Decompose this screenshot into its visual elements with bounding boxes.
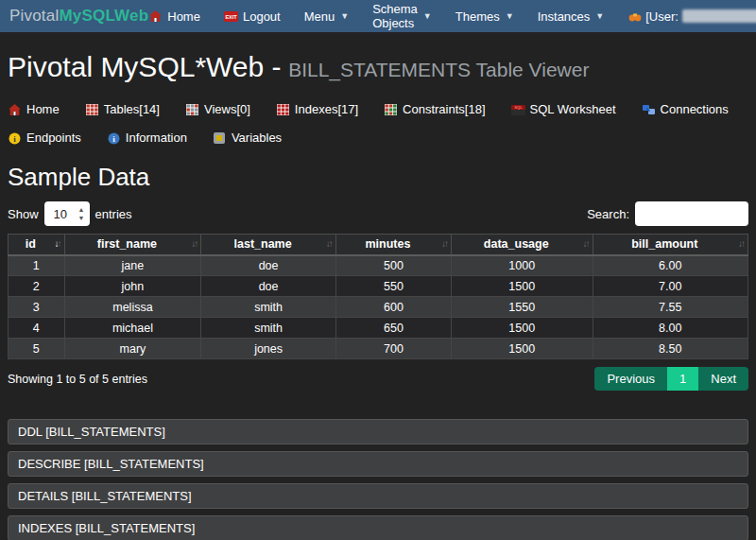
cell-data-usage: 1500 <box>451 276 593 297</box>
column-label: last_name <box>234 237 292 251</box>
section-title: Sample Data <box>8 163 748 192</box>
navbar-logout[interactable]: EXIT Logout <box>224 9 281 24</box>
cell-data-usage: 1500 <box>451 339 593 359</box>
panel-describe[interactable]: DESCRIBE [BILL_STATEMENTS] <box>8 451 748 477</box>
column-label: data_usage <box>484 237 549 251</box>
cell-minutes: 600 <box>335 297 451 318</box>
toolbar-item-tables[interactable]: Tables[14] <box>85 100 160 119</box>
toolbar-tables-label: Tables[14] <box>104 100 160 119</box>
sample-data-section: Sample Data Show 10 ▲▼ entries Search: i… <box>0 163 756 540</box>
cell-id: 1 <box>9 255 65 276</box>
page-1-button[interactable]: 1 <box>667 367 698 391</box>
table-info: Showing 1 to 5 of 5 entries <box>8 373 147 386</box>
sort-icon: ↓↑ <box>191 238 197 249</box>
toolbar-item-variables[interactable]: Variables <box>213 129 282 148</box>
sample-data-table: id ↓↑ first_name ↓↑ last_name ↓↑ minutes… <box>8 234 748 359</box>
redacted-username <box>682 9 756 23</box>
cell-bill-amount: 8.50 <box>593 339 747 359</box>
column-label: first_name <box>97 237 157 251</box>
chevron-down-icon: ▼ <box>506 11 514 21</box>
cell-data-usage: 1000 <box>451 255 593 276</box>
cell-bill-amount: 8.00 <box>593 318 747 339</box>
sort-icon: ↓↑ <box>583 238 589 249</box>
toolbar-constraints-label: Constraints[18] <box>403 100 485 119</box>
sort-icon: ↓↑ <box>326 238 332 249</box>
cell-first-name: melissa <box>64 297 201 318</box>
navbar-schema-objects-dropdown[interactable]: Schema Objects ▼ <box>372 2 432 30</box>
object-toolbar: Home Tables[14] Views[0] Indexes[17] Con… <box>0 91 747 149</box>
next-page-button[interactable]: Next <box>698 367 748 391</box>
connections-icon <box>642 104 656 115</box>
column-header-id[interactable]: id ↓↑ <box>9 235 65 255</box>
cell-minutes: 550 <box>335 276 451 297</box>
navbar-home[interactable]: Home <box>148 9 200 24</box>
toolbar-sql-worksheet-label: SQL Worksheet <box>530 100 616 119</box>
sql-icon: SQL <box>511 105 525 115</box>
table-footer: Showing 1 to 5 of 5 entries Previous 1 N… <box>8 367 748 391</box>
toolbar-item-information[interactable]: i Information <box>107 129 187 148</box>
svg-text:EXIT: EXIT <box>225 14 237 20</box>
toolbar-item-endpoints[interactable]: i Endpoints <box>8 129 81 148</box>
toolbar-home-label: Home <box>26 100 60 119</box>
cell-first-name: michael <box>64 318 201 339</box>
cell-last-name: smith <box>201 318 336 339</box>
column-header-first-name[interactable]: first_name ↓↑ <box>64 235 201 255</box>
table-row: 3 melissa smith 600 1550 7.55 <box>9 297 748 318</box>
toolbar-item-indexes[interactable]: Indexes[17] <box>276 100 358 119</box>
sort-asc-icon: ↓↑ <box>55 238 60 249</box>
cell-last-name: doe <box>201 255 336 276</box>
table-row: 4 michael smith 650 1500 8.00 <box>9 318 748 339</box>
chevron-down-icon: ▼ <box>340 11 349 21</box>
toolbar-variables-label: Variables <box>232 129 282 148</box>
panel-indexes[interactable]: INDEXES [BILL_STATEMENTS] <box>8 515 748 540</box>
toolbar-indexes-label: Indexes[17] <box>295 100 358 119</box>
svg-text:SQL: SQL <box>514 105 523 110</box>
column-header-bill-amount[interactable]: bill_amount ↓↑ <box>593 235 747 255</box>
table-row: 5 mary jones 700 1500 8.50 <box>9 339 748 359</box>
column-header-minutes[interactable]: minutes ↓↑ <box>335 235 451 255</box>
cell-minutes: 650 <box>335 318 451 339</box>
cell-first-name: john <box>64 276 201 297</box>
navbar-instances-dropdown[interactable]: Instances ▼ <box>538 9 605 24</box>
toolbar-information-label: Information <box>126 129 187 148</box>
page-length-select[interactable]: 10 <box>44 201 90 226</box>
page-header: Pivotal MySQL*Web - BILL_STATEMENTS Tabl… <box>0 32 756 91</box>
navbar-menu-dropdown[interactable]: Menu ▼ <box>304 9 349 24</box>
home-icon <box>8 104 22 115</box>
cell-minutes: 500 <box>335 255 451 276</box>
cell-data-usage: 1550 <box>451 297 593 318</box>
sort-icon: ↓↑ <box>738 238 744 249</box>
table-controls: Show 10 ▲▼ entries Search: <box>8 201 748 226</box>
panel-details[interactable]: DETAILS [BILL_STATEMENTS] <box>8 483 748 509</box>
navbar-links: Home EXIT Logout Menu ▼ Schema Objects ▼… <box>148 2 756 30</box>
navbar-home-label: Home <box>167 9 200 24</box>
toolbar-item-constraints[interactable]: Constraints[18] <box>384 100 485 119</box>
search-label: Search: <box>587 207 629 221</box>
table-row: 2 john doe 550 1500 7.00 <box>9 276 748 297</box>
table-row: 1 jane doe 500 1000 6.00 <box>9 255 748 276</box>
toolbar-item-sql-worksheet[interactable]: SQL SQL Worksheet <box>511 100 616 119</box>
column-header-last-name[interactable]: last_name ↓↑ <box>201 235 336 255</box>
panel-ddl[interactable]: DDL [BILL_STATEMENTS] <box>8 419 748 444</box>
toolbar-item-connections[interactable]: Connections <box>642 100 729 119</box>
entries-label: entries <box>95 207 132 221</box>
user-indicator: [User: ] <box>627 9 756 24</box>
navbar-themes-dropdown[interactable]: Themes ▼ <box>455 9 514 24</box>
toolbar-item-views[interactable]: Views[0] <box>185 100 250 119</box>
brand-logo[interactable]: PivotalMySQLWeb <box>9 7 148 26</box>
cell-minutes: 700 <box>335 339 451 359</box>
column-header-data-usage[interactable]: data_usage ↓↑ <box>451 235 593 255</box>
search-input[interactable] <box>635 201 748 226</box>
cell-bill-amount: 7.55 <box>593 297 747 318</box>
cell-bill-amount: 6.00 <box>593 255 747 276</box>
home-icon <box>148 10 163 22</box>
cell-first-name: mary <box>64 339 201 359</box>
constraints-icon <box>384 104 398 115</box>
user-icon <box>627 11 642 22</box>
previous-page-button[interactable]: Previous <box>594 367 667 391</box>
chevron-down-icon: ▼ <box>423 11 432 21</box>
sort-icon: ↓↑ <box>441 238 447 249</box>
navbar-instances-label: Instances <box>538 9 591 24</box>
toolbar-item-home[interactable]: Home <box>8 100 60 119</box>
cell-last-name: doe <box>201 276 336 297</box>
